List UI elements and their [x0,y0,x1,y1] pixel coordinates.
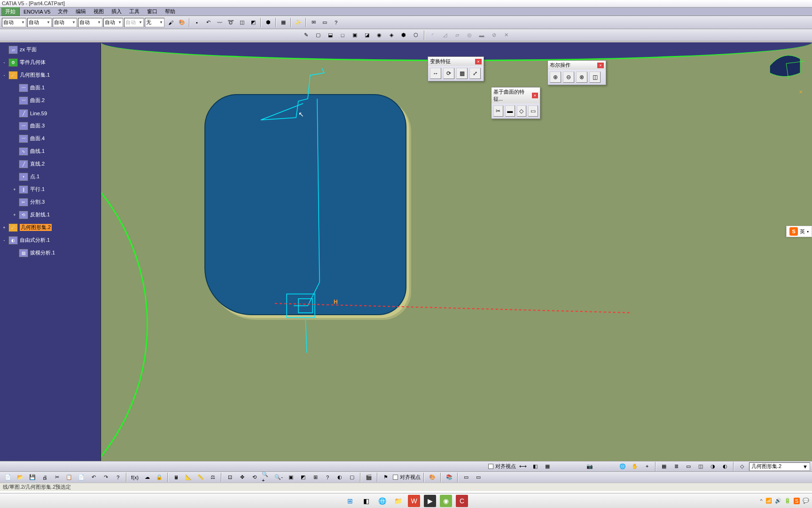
axis-icon[interactable]: ⌖ [642,461,652,472]
ime-indicator[interactable]: S 英 • [786,226,812,237]
start-icon[interactable]: ⊞ [344,495,356,507]
print-icon[interactable]: 🖨 [39,472,50,483]
face-icon[interactable]: ▢ [313,30,323,40]
measure-icon[interactable]: 📐 [183,472,194,483]
shaft-icon[interactable]: ◉ [374,30,384,40]
menu-insert[interactable]: 插入 [108,8,125,16]
align-checkbox[interactable] [393,475,398,480]
layers-icon[interactable]: ≣ [671,461,681,472]
spec-tree[interactable]: ▱zx 平面 -⚙零件几何体 -☄几何图形集.1 〰曲面.1 〰曲面.2 ╱Li… [0,42,101,461]
new-icon[interactable]: 📄 [3,472,13,483]
palette-transform[interactable]: 变换特征× ↔ ⟳ ▦ ⤢ [428,56,484,81]
wand-icon[interactable]: ✨ [293,17,304,28]
battery-icon[interactable]: 🔋 [784,498,791,504]
shade-icon[interactable]: ◐ [335,472,345,483]
combo-auto-3[interactable]: 自动▼ [53,18,77,27]
flag-icon[interactable]: ⚑ [381,472,391,483]
tree-zx-plane[interactable]: ▱zx 平面 [0,43,101,56]
tree-partbody[interactable]: -⚙零件几何体 [0,56,101,69]
assembly-icon[interactable]: ⬢ [263,17,273,28]
add-icon[interactable]: ⊕ [550,71,561,83]
menu-enovia[interactable]: ENOVIA V5 [20,8,54,15]
intersect-icon[interactable]: ⊗ [576,71,587,83]
combo-auto-4[interactable]: 自动▼ [78,18,102,27]
render-icon[interactable]: 🎬 [364,472,374,483]
tree-split-3[interactable]: ✂分割.3 [0,196,101,208]
table-icon[interactable]: ▦ [278,17,289,28]
copy-icon[interactable]: 📋 [64,472,74,483]
diamond-icon[interactable]: ◇ [737,461,747,472]
tree-surface-4[interactable]: 〰曲面.4 [0,132,101,145]
palette-surface-feat[interactable]: 基于曲面的特征...× ✂ ▬ ◇ ▭ [491,87,540,119]
rotate-icon[interactable]: ⟳ [443,68,454,79]
close-icon[interactable]: × [597,63,604,68]
snap-icon-3[interactable]: ▦ [542,461,553,472]
edge-icon[interactable]: 🌐 [376,495,388,507]
part-surface[interactable] [204,94,406,315]
brush-icon[interactable]: 🎨 [177,17,187,28]
wifi-icon[interactable]: 📶 [765,498,772,504]
normal-icon[interactable]: ▣ [286,472,296,483]
snap-icon-2[interactable]: ◧ [530,461,540,472]
close-icon[interactable]: × [475,59,482,64]
globe-icon[interactable]: 🌐 [617,461,628,472]
remove-icon[interactable]: ⊖ [563,71,574,83]
menu-file[interactable]: 文件 [54,8,72,16]
notif-icon[interactable]: 💬 [803,498,809,504]
tree-reflect-1[interactable]: +⟲反射线.1 [0,208,101,221]
combo-auto-2[interactable]: 自动▼ [27,18,52,27]
combo-auto-5[interactable]: 自动▼ [103,18,123,27]
zoom-in-icon[interactable]: 🔍+ [261,472,272,483]
ruler-icon[interactable]: 📏 [195,472,206,483]
workobject-combo[interactable]: 几何图形集.2▼ [749,462,810,471]
close-icon[interactable]: × [532,93,538,98]
close-surf-icon[interactable]: ◇ [517,105,527,117]
redo-icon[interactable]: ↷ [101,472,111,483]
mass-icon[interactable]: ⚖ [208,472,218,483]
stack-icon[interactable]: ▭ [320,17,330,28]
sketch-icon[interactable]: ✎ [301,30,311,40]
material-icon[interactable]: 🎨 [427,472,437,483]
paste-icon[interactable]: 📄 [76,472,86,483]
sel2-icon[interactable]: ◫ [695,461,706,472]
catalog-icon[interactable]: 📚 [444,472,454,483]
hand-icon[interactable]: ✋ [630,461,640,472]
rib-icon[interactable]: ◈ [386,30,397,40]
pattern-icon[interactable]: ▦ [456,68,468,79]
tree-line-59[interactable]: ╱Line.59 [0,107,101,119]
red-app-icon[interactable]: C [456,495,468,507]
show-icon[interactable]: ◐ [720,461,730,472]
fit-icon[interactable]: ⊡ [225,472,235,483]
app-icon[interactable]: ▶ [424,495,436,507]
grid-icon[interactable]: ▦ [659,461,669,472]
iso-icon[interactable]: ◩ [298,472,308,483]
tree-surface-3[interactable]: 〰曲面.3 [0,119,101,132]
snap-icon-1[interactable]: ⟷ [518,461,528,472]
cut-icon[interactable]: ✂ [52,472,62,483]
hide-icon[interactable]: ◑ [708,461,718,472]
tree-parallel-1[interactable]: +∥平行.1 [0,183,101,196]
sel-icon[interactable]: ▭ [683,461,694,472]
system-tray[interactable]: ^ 📶 🔊 🔋 S 💬 [760,498,809,504]
menu-tools[interactable]: 工具 [125,8,143,16]
scale-icon[interactable]: ⤢ [469,68,481,79]
formula-icon[interactable]: f(x) [130,472,140,483]
whatsthis-icon[interactable]: ? [113,472,123,483]
mail-icon[interactable]: ✉ [308,17,319,28]
trim-icon[interactable]: ◫ [589,71,601,83]
menu-window[interactable]: 窗口 [143,8,161,16]
rotate-view-icon[interactable]: ⟲ [249,472,259,483]
save-icon[interactable]: 💾 [27,472,38,483]
ime-tray-icon[interactable]: S [794,498,800,504]
menu-edit[interactable]: 编辑 [72,8,90,16]
cloud-icon[interactable]: ☁ [142,472,152,483]
undo-icon[interactable]: ↶ [88,472,99,483]
menu-start[interactable]: 开始 [1,7,20,16]
cylinder-icon[interactable]: ⬓ [325,30,336,40]
wire-icon[interactable]: ▢ [347,472,357,483]
lock-icon[interactable]: 🔒 [154,472,164,483]
help2-icon[interactable]: ? [322,472,333,483]
chevron-up-icon[interactable]: ^ [760,498,762,504]
thick-icon[interactable]: ▬ [505,105,515,117]
win2-icon[interactable]: ▭ [473,472,484,483]
